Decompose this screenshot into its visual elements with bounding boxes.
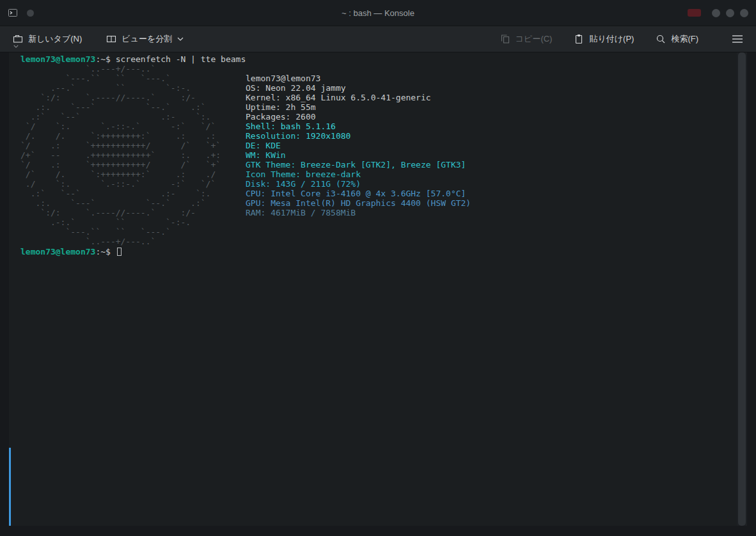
command-text: screenfetch -N | tte beams xyxy=(116,54,246,64)
terminal-view[interactable]: lemon73@lemon73:~$ screenfetch -N | tte … xyxy=(9,52,737,526)
copy-icon xyxy=(500,34,510,44)
toolbar: 新しいタブ(N) ビューを分割 xyxy=(0,26,756,52)
menu-button[interactable] xyxy=(728,31,747,47)
sysinfo-line: WM: KWin xyxy=(246,150,471,160)
sysinfo-line: Kernel: x86_64 Linux 6.5.0-41-generic xyxy=(246,93,471,102)
search-button[interactable]: 検索(F) xyxy=(652,29,702,49)
prompt-line: lemon73@lemon73:~$ xyxy=(20,246,737,256)
sysinfo-line: Resolution: 1920x1080 xyxy=(246,131,471,141)
magnifier-icon xyxy=(656,34,666,44)
paste-button[interactable]: 貼り付け(P) xyxy=(570,29,638,49)
minimize-button[interactable] xyxy=(712,9,720,17)
prompt-user: lemon73@lemon73 xyxy=(20,247,95,256)
dropdown-caret-icon xyxy=(13,45,19,48)
split-view-label: ビューを分割 xyxy=(122,33,172,45)
prompt-user: lemon73@lemon73 xyxy=(20,54,95,64)
sysinfo-line: OS: Neon 22.04 jammy xyxy=(246,83,471,93)
clipboard-icon xyxy=(574,34,584,44)
sysinfo-line: Shell: bash 5.1.16 xyxy=(246,122,471,131)
sysinfo-line: Uptime: 2h 55m xyxy=(246,102,471,112)
sysinfo-line: CPU: Intel Core i3-4160 @ 4x 3.6GHz [57.… xyxy=(246,189,471,198)
copy-label: コピー(C) xyxy=(516,33,553,45)
sysinfo-line: DE: KDE xyxy=(246,141,471,150)
new-tab-button[interactable]: 新しいタブ(N) xyxy=(9,29,86,49)
titlebar: ~ : bash — Konsole xyxy=(0,0,756,26)
prompt-path: :~$ xyxy=(95,54,110,64)
command-line: lemon73@lemon73:~$ screenfetch -N | tte … xyxy=(20,54,737,64)
prompt-separator xyxy=(111,247,116,256)
sysinfo-line: RAM: 4617MiB / 7858MiB xyxy=(246,208,471,217)
paste-label: 貼り付け(P) xyxy=(589,33,634,45)
prompt-path: :~$ xyxy=(95,247,110,256)
window-title: ~ : bash — Konsole xyxy=(0,8,756,18)
sysinfo-line: GPU: Mesa Intel(R) HD Graphics 4400 (HSW… xyxy=(246,198,471,208)
terminal-cursor xyxy=(117,248,122,256)
close-button[interactable] xyxy=(740,9,748,17)
maximize-button[interactable] xyxy=(726,9,734,17)
status-indicator xyxy=(688,9,701,17)
keep-above-button[interactable] xyxy=(27,10,34,17)
sysinfo-line: Disk: 143G / 211G (72%) xyxy=(246,179,471,189)
view-split-icon xyxy=(106,34,116,44)
toolbar-left-group: 新しいタブ(N) ビューを分割 xyxy=(9,29,187,49)
prompt-separator xyxy=(111,54,116,64)
sysinfo-line: lemon73@lemon73 xyxy=(246,74,471,83)
konsole-window: ~ : bash — Konsole xyxy=(0,0,756,536)
sysinfo-line: Packages: 2600 xyxy=(246,112,471,122)
terminal-icon[interactable] xyxy=(8,8,18,18)
sysinfo-column: lemon73@lemon73OS: Neon 22.04 jammyKerne… xyxy=(246,74,471,217)
accent-line xyxy=(9,448,11,526)
copy-button[interactable]: コピー(C) xyxy=(496,29,556,49)
sysinfo-line: GTK Theme: Breeze-Dark [GTK2], Breeze [G… xyxy=(246,160,471,169)
window-controls xyxy=(688,9,748,17)
toolbar-right-group: コピー(C) 貼り付け(P) 検索(F) xyxy=(496,29,747,49)
chevron-down-icon xyxy=(177,37,184,41)
hamburger-icon xyxy=(732,35,743,43)
sysinfo-line: Icon Theme: breeze-dark xyxy=(246,169,471,179)
search-label: 検索(F) xyxy=(671,33,698,45)
scrollbar[interactable] xyxy=(737,52,747,526)
screenfetch-output: `..---+/---..` `---.`` `` `---.` .--.` `… xyxy=(20,64,737,246)
new-tab-label: 新しいタブ(N) xyxy=(28,33,82,45)
scrollbar-handle[interactable] xyxy=(738,52,746,526)
split-view-button[interactable]: ビューを分割 xyxy=(102,29,187,49)
tab-new-icon xyxy=(13,34,23,44)
terminal-content: lemon73@lemon73:~$ screenfetch -N | tte … xyxy=(9,52,737,256)
